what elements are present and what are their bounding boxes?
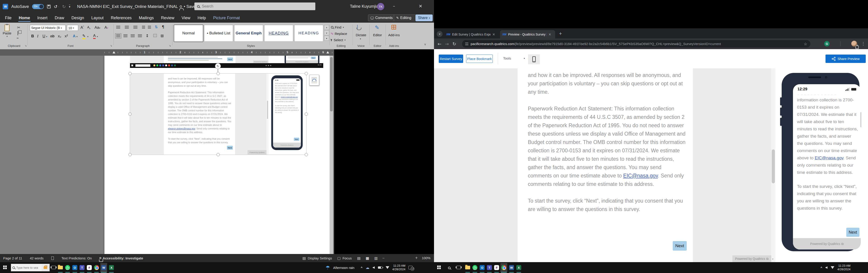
taskbar-word[interactable]: W bbox=[100, 263, 107, 272]
style-normal[interactable]: Normal bbox=[174, 25, 203, 42]
align-left-icon[interactable] bbox=[116, 34, 120, 37]
shading-icon[interactable] bbox=[153, 34, 157, 37]
document-page[interactable]: Next Powered by Qualtrics Next Powered b… bbox=[104, 56, 333, 254]
selection-handle-w[interactable] bbox=[128, 112, 131, 116]
tab-insert[interactable]: Insert bbox=[36, 14, 49, 22]
profile-avatar[interactable] bbox=[851, 41, 857, 47]
tab-layout[interactable]: Layout bbox=[90, 14, 104, 22]
selection-handle-n[interactable] bbox=[217, 72, 220, 75]
text-effects-button[interactable]: A bbox=[73, 34, 75, 38]
accessibility-status[interactable]: Accessibility: Investigate bbox=[99, 256, 143, 260]
tab-home[interactable]: Home bbox=[18, 14, 31, 22]
place-bookmark-button[interactable]: Place Bookmark bbox=[466, 55, 493, 63]
copy-button[interactable] bbox=[18, 31, 18, 35]
dictate-label[interactable]: Dictate bbox=[354, 33, 368, 37]
tab-search-icon[interactable]: ∨ bbox=[437, 31, 442, 37]
clock-2[interactable]: 11:23 AM4/26/2024 bbox=[837, 264, 850, 271]
taskbar2-chrome[interactable] bbox=[500, 263, 507, 272]
taskbar-slack[interactable]: # bbox=[86, 263, 93, 272]
chrome-menu-icon[interactable]: ⋮ bbox=[861, 41, 865, 46]
dropdown-icon[interactable]: ▾ bbox=[97, 35, 98, 38]
minimize-button[interactable]: – bbox=[393, 3, 395, 8]
volume-icon[interactable] bbox=[373, 267, 375, 269]
taskbar-teams[interactable]: T bbox=[79, 263, 86, 272]
taskbar2-teams[interactable]: T bbox=[486, 263, 493, 272]
mobile-preview-button[interactable] bbox=[528, 54, 540, 64]
site-info-icon[interactable] bbox=[465, 43, 468, 45]
addins-button[interactable]: Add-ins bbox=[387, 33, 401, 37]
tools-dropdown[interactable]: Tools▾ bbox=[503, 56, 525, 60]
reload-button[interactable]: ↻ bbox=[453, 41, 456, 47]
tab-help[interactable]: Help bbox=[197, 14, 207, 22]
font-dialog-launcher[interactable]: ↘ bbox=[110, 44, 112, 47]
clear-formatting-button[interactable]: A◊ bbox=[104, 25, 108, 30]
task-view-button[interactable] bbox=[52, 266, 56, 269]
taskbar2-word[interactable]: W bbox=[508, 263, 515, 272]
subscript-button[interactable]: x₂ bbox=[58, 34, 61, 38]
tab-design[interactable]: Design bbox=[70, 14, 85, 22]
dropdown-icon[interactable]: ▾ bbox=[360, 37, 361, 40]
battery-icon[interactable] bbox=[378, 267, 382, 269]
superscript-button[interactable]: x² bbox=[65, 34, 68, 38]
chrome-tab-edit-survey[interactable]: XM Edit Survey | Qualtrics Experien × bbox=[444, 30, 499, 38]
selection-handle-ne[interactable] bbox=[305, 72, 308, 75]
selection-handle-e[interactable] bbox=[305, 112, 308, 116]
selection-handle-sw[interactable] bbox=[128, 153, 131, 156]
dropdown-icon[interactable]: ▾ bbox=[87, 35, 88, 38]
word-search-input[interactable] bbox=[202, 4, 247, 8]
text-predictions[interactable]: Text Predictions: On bbox=[61, 256, 92, 260]
forward-button[interactable]: → bbox=[445, 41, 449, 47]
shrink-font-button[interactable]: Av bbox=[87, 25, 90, 30]
taskbar-excel[interactable]: X bbox=[108, 263, 115, 272]
powered-by-qualtrics[interactable]: Powered by Qualtrics⧉ bbox=[793, 238, 861, 249]
scroll-down-arrow[interactable]: ▾ bbox=[772, 257, 774, 261]
style-heading2[interactable]: HEADING bbox=[294, 25, 323, 42]
styles-scroll-up[interactable]: ∧ bbox=[324, 25, 329, 30]
strikethrough-button[interactable]: ab bbox=[50, 34, 55, 38]
highlight-button[interactable]: ✎ bbox=[82, 33, 86, 38]
chrome-tab-preview[interactable]: XM Preview - Qualtrics Survey | Qua × bbox=[500, 30, 555, 38]
volume-icon[interactable] bbox=[826, 267, 828, 269]
select-button[interactable]: Select▾ bbox=[331, 38, 346, 42]
grow-font-button[interactable]: A^ bbox=[81, 25, 84, 30]
search-icon-2[interactable] bbox=[448, 267, 451, 269]
focus-mode[interactable]: ▢Focus bbox=[337, 254, 352, 262]
rotate-handle[interactable]: ↻ bbox=[215, 63, 221, 69]
undo-icon[interactable]: ↺ bbox=[54, 4, 57, 9]
next-button[interactable]: Next bbox=[846, 228, 860, 237]
replace-button[interactable]: ᵇcReplace bbox=[331, 32, 347, 35]
layout-options-button[interactable] bbox=[309, 75, 319, 86]
font-name-combo[interactable]: Segoe UI Historic (B▾ bbox=[30, 25, 66, 31]
pilcrow-icon[interactable]: ¶ bbox=[162, 25, 164, 29]
style-bulleted-list[interactable]: • Bulleted List bbox=[204, 25, 233, 42]
word-search-box[interactable] bbox=[194, 2, 315, 10]
tab-file[interactable]: File bbox=[4, 14, 12, 22]
align-right-icon[interactable] bbox=[131, 34, 135, 37]
taskbar-search[interactable] bbox=[11, 264, 50, 271]
line-spacing-icon[interactable]: ↕ bbox=[146, 33, 149, 38]
share-preview-button[interactable]: Share Preview bbox=[826, 55, 866, 63]
taskbar2-outlook[interactable]: O bbox=[479, 263, 486, 272]
zoom-out-button[interactable]: – bbox=[382, 256, 384, 260]
editor-button[interactable]: Editor bbox=[371, 33, 384, 37]
tab-close-icon[interactable]: × bbox=[492, 32, 495, 36]
scrollbar-thumb[interactable] bbox=[772, 149, 775, 183]
dictate-button[interactable] bbox=[357, 25, 358, 29]
taskbar2-file-explorer[interactable] bbox=[464, 263, 471, 272]
print-layout-icon[interactable]: ▦ bbox=[366, 256, 369, 260]
tab-close-icon[interactable]: × bbox=[548, 32, 551, 36]
word-scrollbar[interactable] bbox=[330, 56, 333, 254]
styles-scroll-down[interactable]: ∨ bbox=[324, 30, 329, 35]
search-highlight-tile[interactable] bbox=[41, 264, 49, 271]
share-button[interactable]: Share▾ bbox=[415, 15, 433, 21]
task-view-button-2[interactable] bbox=[457, 266, 461, 269]
tab-references[interactable]: References bbox=[110, 14, 132, 22]
bullets-icon[interactable] bbox=[116, 26, 120, 29]
wifi-icon[interactable] bbox=[385, 266, 389, 269]
decrease-indent-icon[interactable] bbox=[142, 26, 145, 29]
editing-mode-button[interactable]: ✎Editing▾ bbox=[394, 15, 416, 21]
change-case-button[interactable]: Aa▾ bbox=[94, 25, 100, 30]
onedrive-icon[interactable]: ☁ bbox=[366, 265, 370, 270]
sort-icon[interactable]: ⇅ bbox=[155, 25, 158, 29]
tab-mailings[interactable]: Mailings bbox=[138, 14, 155, 22]
